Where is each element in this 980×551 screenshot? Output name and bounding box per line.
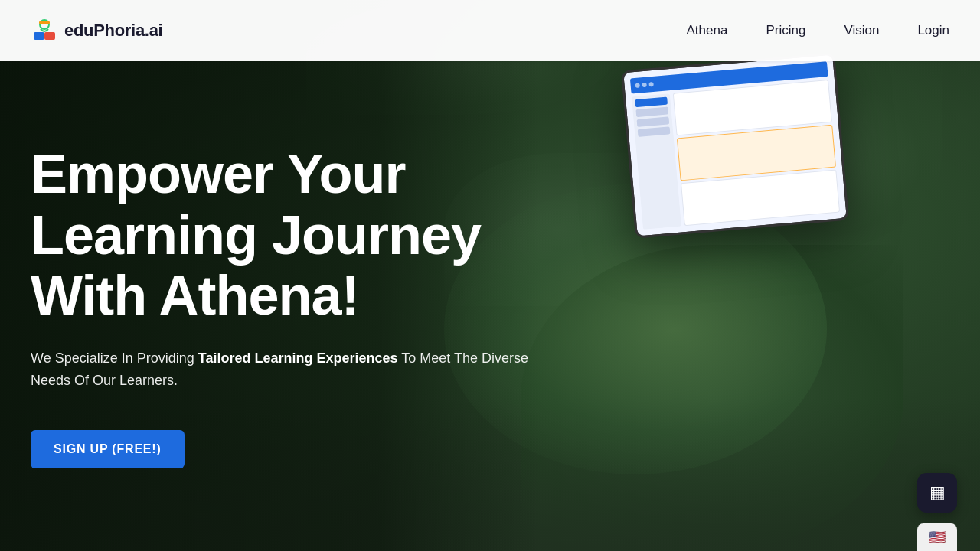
nav-link-athena[interactable]: Athena [687,23,728,38]
hero-subtitle-bold: Tailored Learning Experiences [198,350,398,366]
nav-link-login[interactable]: Login [917,23,949,38]
chat-widget[interactable]: ▦ [917,473,957,513]
svg-rect-4 [39,21,50,24]
hero-section: Empower Your Learning Journey With Athen… [0,0,980,551]
svg-point-2 [40,20,49,29]
hero-title: Empower Your Learning Journey With Athen… [31,144,551,326]
signup-button[interactable]: SIGN UP (FREE!) [31,430,185,468]
svg-rect-0 [34,32,44,40]
hero-text-block: Empower Your Learning Journey With Athen… [31,144,551,468]
logo-text: eduPhoria.ai [64,21,162,41]
main-nav: Athena Pricing Vision Login [687,23,949,38]
hero-content: Empower Your Learning Journey With Athen… [0,61,980,551]
language-selector[interactable]: 🇺🇸 [917,523,957,551]
hero-subtitle-plain: We Specialize In Providing [31,350,198,366]
svg-rect-1 [44,32,55,40]
header: eduPhoria.ai Athena Pricing Vision Login [0,0,980,61]
hero-subtitle: We Specialize In Providing Tailored Lear… [31,347,551,392]
logo-icon [31,17,58,44]
flag-icon: 🇺🇸 [929,529,946,546]
nav-link-vision[interactable]: Vision [844,23,879,38]
nav-link-pricing[interactable]: Pricing [766,23,805,38]
chat-icon: ▦ [929,483,946,503]
logo-area[interactable]: eduPhoria.ai [31,17,162,44]
